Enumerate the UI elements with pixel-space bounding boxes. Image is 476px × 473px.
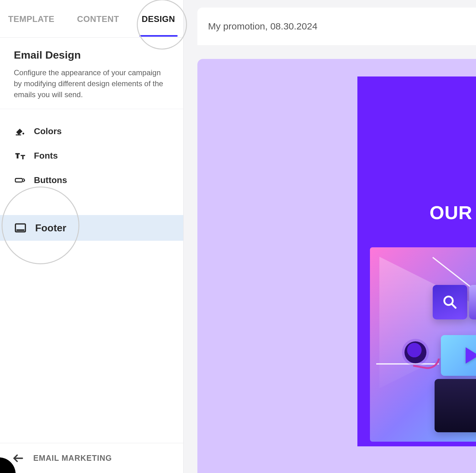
- section-title: Email Design: [14, 49, 169, 61]
- section-description: Configure the appearance of your campaig…: [14, 67, 169, 100]
- preview-canvas-wrapper: OUR V: [184, 45, 476, 473]
- button-icon: [14, 175, 25, 186]
- back-label: EMAIL MARKETING: [33, 454, 112, 463]
- tab-content[interactable]: CONTENT: [75, 1, 122, 36]
- svg-point-0: [23, 133, 24, 135]
- design-item-buttons[interactable]: Buttons: [0, 168, 183, 192]
- svg-rect-1: [15, 179, 23, 182]
- text-size-icon: [14, 150, 25, 161]
- hero-image: [370, 247, 476, 442]
- play-icon: [466, 347, 476, 364]
- user-tile: [469, 285, 476, 319]
- paint-bucket-icon: [14, 126, 25, 137]
- hero-title: OUR V: [357, 202, 476, 223]
- search-tile: [433, 285, 467, 319]
- sidebar-back-bar[interactable]: EMAIL MARKETING: [0, 443, 183, 473]
- app-root: TEMPLATE CONTENT DESIGN Email Design Con…: [0, 0, 476, 473]
- tab-template[interactable]: TEMPLATE: [6, 1, 57, 36]
- video-tile: [441, 335, 476, 376]
- design-item-fonts[interactable]: Fonts: [0, 144, 183, 168]
- design-sidebar: TEMPLATE CONTENT DESIGN Email Design Con…: [0, 0, 184, 473]
- email-preview-pane: My promotion, 08.30.2024 OUR V: [184, 0, 476, 473]
- design-item-footer[interactable]: Footer: [0, 215, 183, 241]
- design-options-list: Colors Fonts Buttons: [0, 109, 183, 241]
- design-item-label: Footer: [35, 222, 67, 234]
- email-body: OUR V: [357, 76, 476, 446]
- design-item-colors[interactable]: Colors: [0, 119, 183, 144]
- email-subject-bar[interactable]: My promotion, 08.30.2024: [197, 8, 476, 45]
- design-item-label: Colors: [34, 126, 62, 136]
- email-subject-text: My promotion, 08.30.2024: [208, 21, 318, 32]
- footer-icon: [14, 222, 26, 234]
- svg-rect-3: [16, 229, 24, 231]
- tab-design[interactable]: DESIGN: [139, 1, 178, 36]
- email-outer-background: OUR V: [197, 59, 476, 473]
- sidebar-tabs: TEMPLATE CONTENT DESIGN: [0, 0, 183, 38]
- design-item-label: Fonts: [34, 151, 58, 161]
- section-header: Email Design Configure the appearance of…: [0, 38, 183, 109]
- dark-tile: [435, 379, 476, 432]
- design-item-label: Buttons: [34, 175, 67, 185]
- arrow-left-icon: [12, 452, 24, 465]
